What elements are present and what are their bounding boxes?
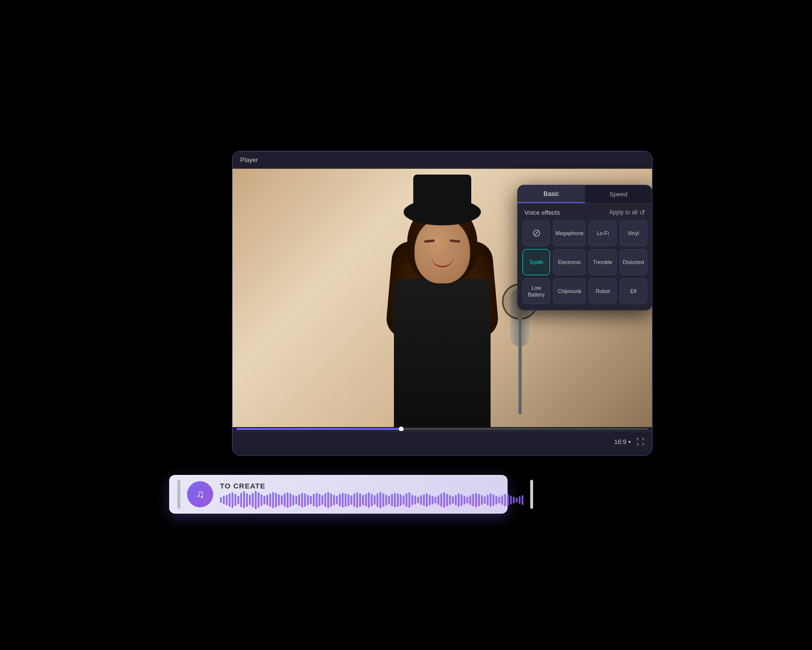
waveform-bar (246, 493, 248, 507)
timeline-bar[interactable] (236, 428, 648, 430)
waveform-bar (301, 493, 303, 507)
effect-elf-button[interactable]: Elf (620, 278, 647, 304)
waveform-bar (284, 493, 286, 507)
lofi-label: Lo-Fi (597, 230, 609, 236)
waveform-bar (356, 492, 358, 508)
fullscreen-button[interactable]: ⛶ (637, 438, 644, 446)
waveform-bar (295, 496, 297, 504)
waveform-bar (316, 493, 318, 507)
waveform-bar (449, 495, 451, 505)
waveform-bar (232, 492, 233, 508)
waveform-bar (472, 494, 474, 506)
waveform-bar (287, 492, 289, 508)
waveform-bar (266, 495, 268, 505)
player-titlebar: Player (232, 151, 652, 169)
voice-panel-header: Voice effects Apply to all ↺ (518, 204, 652, 220)
waveform-bar (371, 494, 373, 506)
waveform-bar (321, 495, 323, 505)
mic-stand (518, 317, 522, 414)
waveform-bar (478, 494, 480, 506)
waveform-bar (353, 493, 355, 507)
chipmunk-label: Chipmunk (558, 288, 582, 295)
apply-to-all-container: Apply to all ↺ (609, 208, 645, 216)
effect-electronic-button[interactable]: Electronic (553, 249, 586, 275)
timeline-scrubber-area (232, 427, 652, 431)
eye-right (450, 239, 460, 243)
waveform-bar (226, 495, 228, 505)
waveform-bar (394, 493, 396, 507)
effect-megaphone-button[interactable]: Megaphone (553, 220, 586, 246)
waveform-bar (324, 493, 326, 507)
waveform-bar (255, 491, 257, 509)
audio-strip-title: TO CREATE (220, 482, 523, 490)
tab-basic[interactable]: Basic (518, 185, 585, 203)
waveform-bar (359, 493, 361, 507)
waveform-bar (304, 493, 306, 507)
elf-label: Elf (630, 288, 637, 295)
waveform-bar (522, 495, 523, 505)
body (394, 279, 491, 431)
reset-button[interactable]: ↺ (639, 208, 645, 216)
waveform-bar (281, 495, 283, 505)
effect-robot-button[interactable]: Robot (589, 278, 616, 304)
waveform-bar (336, 496, 338, 504)
effect-tremble-button[interactable]: Tremble (589, 249, 616, 275)
apply-to-all-label: Apply to all (609, 209, 638, 216)
audio-strip: ♫ TO CREATE (169, 475, 508, 514)
waveform-bar (275, 493, 277, 507)
player-title: Player (240, 156, 258, 163)
waveform-bar (330, 493, 332, 507)
effect-synth-button[interactable]: Synth (522, 249, 550, 275)
waveform-bar (461, 494, 463, 506)
waveform-bar (507, 494, 509, 506)
waveform-bar (487, 495, 489, 505)
music-icon: ♫ (196, 488, 204, 501)
waveform-bar (342, 493, 344, 507)
waveform-bar (382, 493, 384, 507)
timeline-progress (236, 428, 401, 430)
waveform-bar (278, 494, 280, 506)
effect-lofi-button[interactable]: Lo-Fi (589, 220, 616, 246)
waveform-bar (435, 497, 436, 503)
waveform-bar (432, 496, 434, 504)
waveform-bar (261, 494, 262, 506)
voice-panel-tabs: Basic Speed (518, 185, 652, 204)
voice-effects-grid: ⊘ Megaphone Lo-Fi Vinyl Synth Electronic (518, 220, 652, 310)
waveform-bar (469, 495, 471, 505)
effect-distorted-button[interactable]: Distorted (620, 249, 647, 275)
waveform-bar (220, 497, 222, 503)
waveform-bar (426, 493, 428, 507)
low-battery-label: Low Battery (525, 284, 548, 298)
waveform-bar (484, 496, 486, 504)
waveform-bar (490, 493, 492, 507)
waveform-bar (319, 494, 320, 506)
effect-chipmunk-button[interactable]: Chipmunk (553, 278, 586, 304)
waveform-bar (513, 497, 515, 503)
audio-strip-right-handle[interactable] (530, 480, 533, 509)
effect-low-battery-button[interactable]: Low Battery (522, 278, 550, 304)
waveform-bar (519, 496, 521, 504)
audio-strip-left-handle[interactable] (177, 480, 180, 509)
waveform-bar (437, 495, 439, 505)
waveform-bar (249, 495, 251, 505)
waveform-bar (391, 494, 393, 506)
tab-speed[interactable]: Speed (585, 185, 652, 203)
waveform-bar (307, 495, 309, 505)
timeline-dot[interactable] (399, 427, 404, 431)
waveform-bar (443, 492, 445, 508)
hat-brim (404, 199, 481, 225)
waveform-bar (348, 494, 349, 506)
waveform-bar (420, 495, 422, 505)
waveform-bar (310, 496, 312, 504)
waveform-bar (292, 495, 294, 505)
megaphone-label: Megaphone (555, 230, 583, 236)
waveform-bar (365, 494, 367, 506)
mouth (432, 257, 453, 267)
effect-vinyl-button[interactable]: Vinyl (620, 220, 647, 246)
waveform-bar (379, 492, 381, 508)
electronic-label: Electronic (558, 259, 581, 266)
effect-none-button[interactable]: ⊘ (522, 220, 550, 246)
aspect-ratio-button[interactable]: 16:9 ▾ (614, 438, 631, 445)
waveform-bar (374, 495, 376, 505)
waveform-bar (333, 495, 335, 505)
